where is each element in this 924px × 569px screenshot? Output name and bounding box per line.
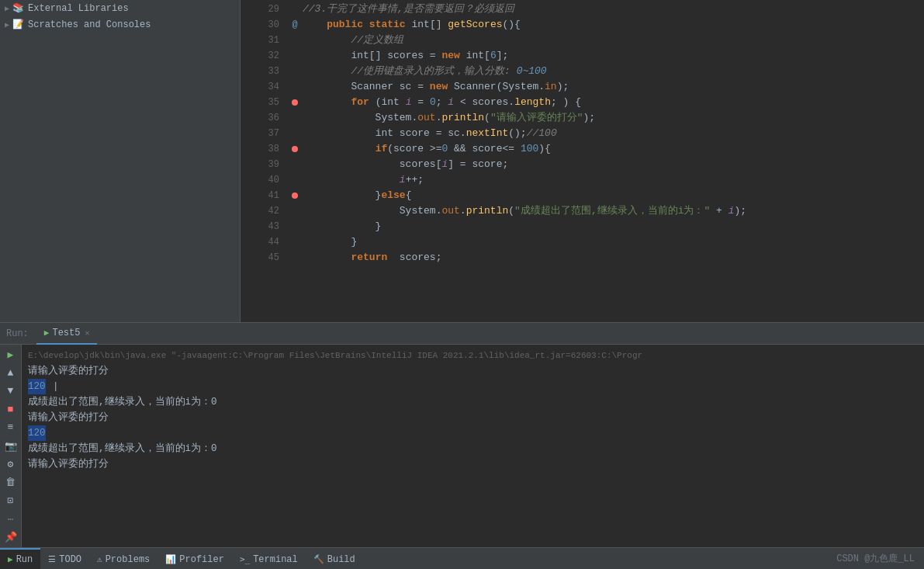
code-line-33: //使用键盘录入的形式，输入分数: 0~100 — [303, 64, 924, 79]
terminal-icon: >_ — [240, 554, 250, 564]
tab-profiler-label: Profiler — [179, 554, 224, 565]
run-output-line-1: 请输入评委的打分 — [28, 363, 918, 379]
run-tab-icon: ▶ — [44, 328, 50, 338]
run-icon: ▶ — [8, 554, 13, 564]
bottom-tabs: ▶ Run ☰ TODO ⚠ Problems 📊 Profiler >_ Te… — [0, 547, 924, 569]
code-line-40: i ++; — [303, 172, 924, 188]
gutter: @ — [287, 0, 303, 322]
run-output-line-6: 成绩超出了范围,继续录入，当前的i为：0 — [28, 441, 918, 456]
csdn-credit: CSDN @九色鹿_LL — [836, 552, 924, 565]
run-command-text: E:\develop\jdk\bin\java.exe "-javaagent:… — [28, 348, 642, 363]
run-tabs-header: Run: ▶ Test5 ✕ — [0, 323, 924, 345]
tab-build[interactable]: 🔨 Build — [306, 548, 363, 569]
code-line-39: scores[ i ] = score; — [303, 157, 924, 172]
sidebar-item-scratches-consoles[interactable]: ▶ 📝 Scratches and Consoles — [0, 16, 240, 33]
code-line-34: Scanner sc = new Scanner(System. in ); — [303, 79, 924, 95]
tab-todo-label: TODO — [59, 554, 81, 565]
tab-problems-label: Problems — [106, 554, 151, 565]
pin-button[interactable]: 📌 — [3, 530, 19, 544]
run-output-line-2: 120 | — [28, 379, 918, 394]
tab-terminal-label: Terminal — [253, 554, 298, 565]
code-line-37: int score = sc. nextInt (); //100 — [303, 126, 924, 141]
run-tab-label: Test5 — [52, 328, 80, 338]
tab-problems[interactable]: ⚠ Problems — [89, 548, 157, 569]
wrap-button[interactable]: ≡ — [3, 421, 19, 435]
run-output-line-7: 请输入评委的打分 — [28, 456, 918, 472]
close-tab-button[interactable]: ✕ — [85, 328, 89, 338]
run-toolbar: ▶ ▲ ▼ ■ ≡ 📷 ⚙ 🗑 ⊡ ⋯ 📌 — [0, 345, 22, 547]
error-text-1: 成绩超出了范围,继续录入，当前的i为：0 — [28, 394, 217, 410]
profiler-icon: 📊 — [165, 554, 176, 564]
code-line-44: } — [303, 234, 924, 250]
code-line-32: int [] scores = new int [ 6 ]; — [303, 48, 924, 64]
code-line-36: System. out . println ( "请输入评委的打分" ); — [303, 110, 924, 126]
arrow-icon: ▶ — [5, 4, 9, 13]
external-libraries-label: External Libraries — [28, 3, 129, 14]
code-view: 29 30 31 32 33 34 35 36 37 38 39 40 41 4… — [241, 0, 924, 322]
build-icon: 🔨 — [313, 554, 324, 564]
tab-todo[interactable]: ☰ TODO — [40, 548, 89, 569]
run-command-line: E:\develop\jdk\bin\java.exe "-javaagent:… — [28, 348, 918, 363]
line-numbers: 29 30 31 32 33 34 35 36 37 38 39 40 41 4… — [241, 0, 287, 322]
scroll-up-button[interactable]: ▲ — [3, 366, 19, 380]
run-tab-test5[interactable]: ▶ Test5 ✕ — [36, 323, 98, 345]
code-line-38: if (score >= 0 && score<= 100 ){ — [303, 141, 924, 157]
tab-run-label: Run — [16, 554, 33, 565]
cursor-1: | — [47, 379, 59, 394]
code-line-30: public static int [] getScores (){ — [303, 17, 924, 33]
run-content-area: ▶ ▲ ▼ ■ ≡ 📷 ⚙ 🗑 ⊡ ⋯ 📌 E:\develop\jdk\bin… — [0, 345, 924, 547]
layout-button[interactable]: ⊡ — [3, 494, 19, 508]
external-libraries-icon: 📚 — [12, 2, 24, 14]
scratches-consoles-label: Scratches and Consoles — [28, 19, 151, 30]
run-panel: Run: ▶ Test5 ✕ ▶ ▲ ▼ ■ ≡ 📷 ⚙ 🗑 ⊡ ⋯ 📌 E:\… — [0, 322, 924, 547]
prompt-text-3: 请输入评委的打分 — [28, 456, 109, 472]
code-line-45: return scores; — [303, 250, 924, 265]
run-label: Run: — [6, 328, 29, 339]
code-line-29: //3.干完了这件事情,是否需要返回？必须返回 — [303, 2, 924, 17]
snapshot-button[interactable]: 📷 — [3, 439, 19, 453]
code-line-31: //定义数组 — [303, 33, 924, 48]
code-line-35: for ( int i = 0 ; i < scores. length ; )… — [303, 95, 924, 110]
code-line-43: } — [303, 219, 924, 234]
error-text-2: 成绩超出了范围,继续录入，当前的i为：0 — [28, 441, 217, 456]
code-line-42: System. out . println ( "成绩超出了范围,继续录入，当前… — [303, 203, 924, 219]
arrow-icon: ▶ — [5, 20, 9, 29]
scratches-icon: 📝 — [12, 19, 24, 30]
code-content[interactable]: //3.干完了这件事情,是否需要返回？必须返回 public static in… — [303, 0, 924, 322]
stop-button[interactable]: ■ — [3, 403, 19, 417]
run-output: E:\develop\jdk\bin\java.exe "-javaagent:… — [22, 345, 924, 547]
more-button[interactable]: ⋯ — [3, 512, 19, 526]
input-value-2: 120 — [28, 425, 46, 441]
tab-run[interactable]: ▶ Run — [0, 548, 40, 569]
tab-profiler[interactable]: 📊 Profiler — [157, 548, 232, 569]
editor-area: 29 30 31 32 33 34 35 36 37 38 39 40 41 4… — [241, 0, 924, 322]
bottom-left-tabs: ▶ Run ☰ TODO ⚠ Problems 📊 Profiler >_ Te… — [0, 548, 363, 569]
clear-button[interactable]: 🗑 — [3, 476, 19, 490]
prompt-text-2: 请输入评委的打分 — [28, 410, 109, 425]
sidebar-item-external-libraries[interactable]: ▶ 📚 External Libraries — [0, 0, 240, 16]
run-output-line-3: 成绩超出了范围,继续录入，当前的i为：0 — [28, 394, 918, 410]
tab-build-label: Build — [327, 554, 355, 565]
sidebar: ▶ 📚 External Libraries ▶ 📝 Scratches and… — [0, 0, 241, 322]
run-output-line-4: 请输入评委的打分 — [28, 410, 918, 425]
scroll-down-button[interactable]: ▼ — [3, 384, 19, 398]
run-output-line-5: 120 — [28, 425, 918, 441]
tab-terminal[interactable]: >_ Terminal — [232, 548, 306, 569]
problems-icon: ⚠ — [97, 554, 102, 564]
settings-button[interactable]: ⚙ — [3, 457, 19, 471]
rerun-button[interactable]: ▶ — [3, 348, 19, 362]
code-line-41: } else { — [303, 188, 924, 203]
prompt-text-1: 请输入评委的打分 — [28, 363, 109, 379]
todo-icon: ☰ — [48, 554, 56, 564]
input-value-1: 120 — [28, 379, 46, 394]
